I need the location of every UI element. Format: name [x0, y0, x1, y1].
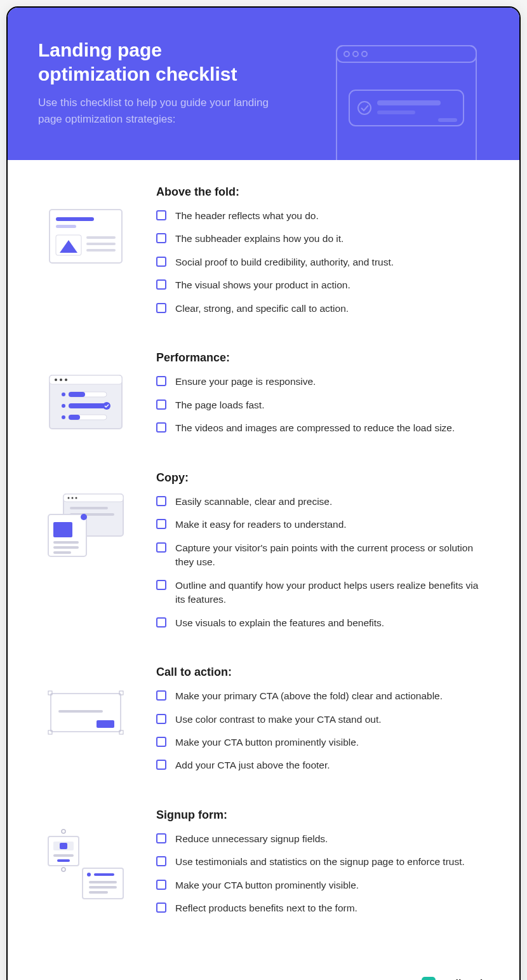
svg-rect-37 — [70, 507, 108, 509]
checkbox-icon[interactable] — [156, 690, 166, 701]
content-area: Above the fold: The header reflects what… — [8, 160, 519, 967]
checklist-item: Make your CTA button prominently visible… — [156, 878, 489, 892]
above-fold-icon — [38, 185, 133, 325]
svg-point-23 — [62, 393, 65, 396]
svg-point-58 — [62, 868, 65, 871]
svg-rect-12 — [56, 225, 76, 228]
checkbox-icon[interactable] — [156, 714, 166, 724]
item-text: Use color contrast to make your CTA stan… — [175, 713, 382, 727]
checkbox-icon[interactable] — [156, 519, 166, 529]
svg-rect-55 — [60, 843, 67, 849]
checklist-item: The page loads fast. — [156, 398, 489, 412]
svg-rect-56 — [53, 854, 74, 857]
item-text: The header reflects what you do. — [175, 209, 319, 223]
checkbox-icon[interactable] — [156, 880, 166, 890]
checklist-item: The visual shows your product in action. — [156, 278, 489, 292]
svg-point-35 — [72, 497, 74, 499]
checkbox-icon[interactable] — [156, 303, 166, 313]
svg-point-6 — [358, 102, 371, 114]
item-text: Make your CTA button prominently visible… — [175, 878, 359, 892]
checklist-item: Reduce unnecessary signup fields. — [156, 832, 489, 846]
section-copy: Copy: Easily scannable, clear and precis… — [38, 471, 489, 639]
hero-browser-icon — [324, 39, 489, 160]
section-cta: Call to action: Make your primary CTA (a… — [38, 666, 489, 782]
svg-rect-63 — [89, 886, 117, 889]
section-title: Above the fold: — [156, 185, 489, 199]
item-text: Make your CTA button prominently visible… — [175, 735, 359, 749]
item-text: Capture your visitor's pain points with … — [175, 541, 489, 570]
svg-point-40 — [81, 514, 87, 520]
checklist-item: Add your CTA just above the footer. — [156, 758, 489, 772]
svg-rect-43 — [53, 546, 79, 549]
copy-icon — [38, 471, 133, 639]
checkbox-icon[interactable] — [156, 856, 166, 866]
section-title: Copy: — [156, 471, 489, 485]
checkbox-icon[interactable] — [156, 737, 166, 747]
svg-point-3 — [353, 51, 358, 57]
checklist-item: The header reflects what you do. — [156, 209, 489, 223]
svg-rect-8 — [377, 111, 415, 114]
svg-point-21 — [60, 379, 62, 381]
checklist-item: Make it easy for readers to understand. — [156, 518, 489, 532]
item-text: Reflect products benefits next to the fo… — [175, 901, 357, 915]
checklist-item: Reflect products benefits next to the fo… — [156, 901, 489, 915]
section-performance: Performance: Ensure your page is respons… — [38, 351, 489, 444]
svg-rect-25 — [69, 392, 85, 397]
svg-point-2 — [344, 51, 349, 57]
svg-rect-31 — [69, 415, 80, 420]
checklist-item: Social proof to build credibility, autho… — [156, 255, 489, 269]
svg-rect-7 — [377, 100, 441, 105]
svg-rect-44 — [53, 551, 71, 554]
checkbox-icon[interactable] — [156, 257, 166, 267]
svg-point-34 — [68, 497, 70, 499]
checkbox-icon[interactable] — [156, 760, 166, 770]
page-title: Landing page optimization checklist — [38, 38, 267, 86]
checklist-item: Clear, strong, and specific call to acti… — [156, 302, 489, 316]
item-text: Social proof to build credibility, autho… — [175, 255, 394, 269]
item-text: Add your CTA just above the footer. — [175, 758, 330, 772]
checkbox-icon[interactable] — [156, 376, 166, 386]
hero-section: Landing page optimization checklist Use … — [8, 8, 519, 160]
item-text: Use visuals to explain the features and … — [175, 616, 384, 630]
section-title: Call to action: — [156, 666, 489, 679]
checklist-item: The videos and images are compressed to … — [156, 421, 489, 435]
svg-rect-62 — [89, 881, 117, 883]
page-subtitle: Use this checklist to help you guide you… — [38, 95, 279, 127]
checklist-item: Use color contrast to make your CTA stan… — [156, 713, 489, 727]
item-text: The visual shows your product in action. — [175, 278, 350, 292]
checkbox-icon[interactable] — [156, 279, 166, 290]
item-text: The subheader explains how you do it. — [175, 232, 344, 246]
svg-rect-9 — [438, 118, 457, 122]
checkbox-icon[interactable] — [156, 542, 166, 553]
svg-rect-11 — [56, 217, 94, 221]
checkbox-icon[interactable] — [156, 422, 166, 433]
checklist-item: Make your CTA button prominently visible… — [156, 735, 489, 749]
svg-rect-57 — [57, 859, 70, 862]
checkbox-icon[interactable] — [156, 833, 166, 843]
checklist-item: Ensure your page is responsive. — [156, 375, 489, 389]
item-text: Easily scannable, clear and precise. — [175, 495, 332, 509]
svg-point-4 — [362, 51, 367, 57]
checkbox-icon[interactable] — [156, 903, 166, 913]
svg-rect-41 — [53, 522, 72, 537]
cta-icon — [38, 666, 133, 782]
mailmodo-logo-icon: m — [422, 977, 436, 980]
checkbox-icon[interactable] — [156, 233, 166, 243]
checkbox-icon[interactable] — [156, 617, 166, 628]
svg-rect-17 — [86, 249, 116, 252]
svg-point-29 — [62, 415, 65, 419]
svg-point-22 — [65, 379, 67, 381]
item-text: Reduce unnecessary signup fields. — [175, 832, 328, 846]
checklist-item: Use testimonials and statistics on the s… — [156, 855, 489, 869]
checkbox-icon[interactable] — [156, 210, 166, 220]
item-text: Ensure your page is responsive. — [175, 375, 316, 389]
checkbox-icon[interactable] — [156, 399, 166, 410]
item-text: The page loads fast. — [175, 398, 264, 412]
section-title: Performance: — [156, 351, 489, 365]
checklist-item: Use visuals to explain the features and … — [156, 616, 489, 630]
checkbox-icon[interactable] — [156, 496, 166, 506]
svg-rect-51 — [97, 720, 114, 728]
svg-rect-16 — [86, 243, 116, 245]
checkbox-icon[interactable] — [156, 580, 166, 590]
footer: m mailmodo — [8, 967, 519, 980]
